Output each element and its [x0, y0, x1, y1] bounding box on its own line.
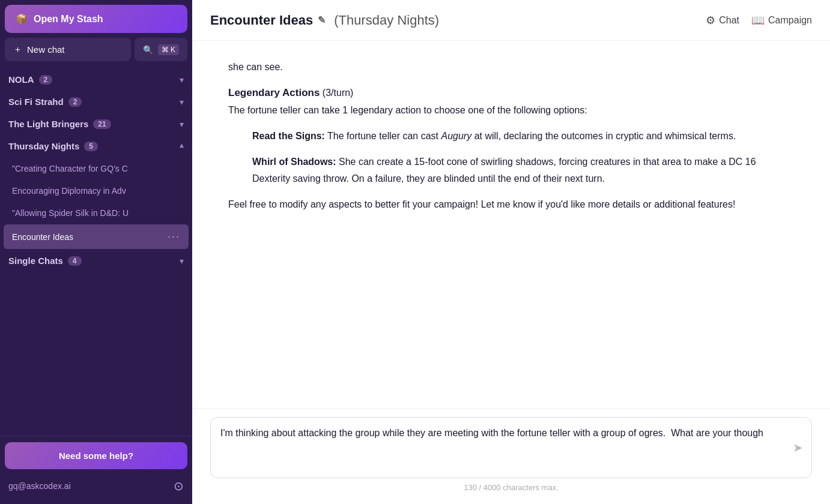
stash-icon: 📦: [16, 13, 28, 25]
dots-icon[interactable]: ···: [168, 230, 180, 243]
chat-action[interactable]: ⚙ Chat: [706, 14, 739, 27]
closing-paragraph: Feel free to modify any aspects to bette…: [228, 196, 794, 212]
section-count-scifi-strahd: 2: [68, 97, 82, 107]
chat-item-encounter-ideas[interactable]: Encounter Ideas···: [4, 224, 189, 249]
new-chat-label: New chat: [27, 44, 65, 55]
topbar-actions: ⚙ Chat 📖 Campaign: [706, 14, 812, 27]
sidebar-footer: Need some help? gq@askcodex.ai ⊙: [0, 436, 192, 504]
message-input[interactable]: [220, 426, 781, 469]
section-header-nola[interactable]: NOLA 2 ▾: [0, 68, 192, 91]
open-stash-label: Open My Stash: [34, 14, 103, 25]
legendary-actions-heading: Legendary Actions: [228, 87, 320, 98]
campaign-action[interactable]: 📖 Campaign: [751, 14, 812, 27]
legendary-actions-paragraph: Legendary Actions (3/turn) The fortune t…: [228, 85, 794, 118]
chevron-scifi-strahd: ▾: [180, 97, 184, 107]
chat-item-creating-character[interactable]: "Creating Character for GQ's C: [4, 158, 189, 179]
section-count-single-chats: 4: [68, 256, 82, 266]
main-panel: Encounter Ideas ✎ (Thursday Nights) ⚙ Ch…: [192, 0, 830, 504]
legendary-actions-intro: The fortune teller can take 1 legendary …: [228, 105, 587, 115]
user-menu-button[interactable]: ⊙: [174, 479, 184, 493]
user-email: gq@askcodex.ai: [8, 481, 71, 491]
read-signs-text: The fortune teller can cast Augury at wi…: [327, 131, 736, 141]
message-text: she can see. Legendary Actions (3/turn) …: [228, 59, 794, 212]
section-title-light-bringers: The Light Bringers 21: [8, 119, 111, 129]
send-button[interactable]: ➤: [793, 440, 803, 455]
section-count-thursday-nights: 5: [84, 142, 98, 151]
plus-icon: ＋: [13, 44, 22, 55]
chat-title-text: Encounter Ideas: [210, 13, 313, 28]
chat-item-allowing-spider-silk[interactable]: "Allowing Spider Silk in D&D: U: [4, 202, 189, 224]
section-count-nola: 2: [39, 75, 53, 85]
sidebar-list: NOLA 2 ▾ Sci Fi Strahd 2 ▾ The Light Bri…: [0, 66, 192, 436]
intro-paragraph: she can see.: [228, 59, 794, 75]
section-header-thursday-nights[interactable]: Thursday Nights 5 ▾: [0, 135, 192, 157]
search-icon: 🔍: [143, 45, 153, 55]
whirl-item: Whirl of Shadows: She can create a 15-fo…: [252, 154, 794, 186]
whirl-heading: Whirl of Shadows:: [252, 157, 336, 167]
section-title-nola: NOLA 2: [8, 74, 52, 85]
campaign-label: (Thursday Nights): [330, 13, 439, 28]
legendary-actions-detail: (3/turn): [323, 88, 354, 98]
new-chat-button[interactable]: ＋ New chat: [5, 38, 131, 61]
legendary-actions-list: Read the Signs: The fortune teller can c…: [228, 128, 794, 187]
chat-title: Encounter Ideas ✎ (Thursday Nights): [210, 13, 439, 28]
sidebar-actions: ＋ New chat 🔍 ⌘ K: [0, 38, 192, 66]
topbar: Encounter Ideas ✎ (Thursday Nights) ⚙ Ch…: [192, 0, 830, 41]
section-title-single-chats: Single Chats 4: [8, 256, 82, 266]
search-button[interactable]: 🔍 ⌘ K: [135, 38, 187, 61]
chevron-single-chats: ▾: [180, 256, 184, 266]
read-signs-item: Read the Signs: The fortune teller can c…: [252, 128, 794, 144]
search-shortcut: ⌘ K: [158, 44, 179, 55]
section-header-scifi-strahd[interactable]: Sci Fi Strahd 2 ▾: [0, 91, 192, 113]
chevron-nola: ▾: [180, 75, 184, 85]
edit-title-icon[interactable]: ✎: [318, 14, 326, 26]
input-area: ➤ 130 / 4000 characters max.: [192, 408, 830, 504]
section-title-scifi-strahd: Sci Fi Strahd 2: [8, 97, 82, 107]
section-title-thursday-nights: Thursday Nights 5: [8, 141, 98, 151]
help-button[interactable]: Need some help?: [5, 442, 187, 469]
chat-item-encouraging-diplomacy[interactable]: Encouraging Diplomacy in Adv: [4, 180, 189, 202]
input-container: ➤: [210, 417, 812, 478]
gear-icon: ⚙: [706, 14, 715, 27]
open-stash-button[interactable]: 📦 Open My Stash: [5, 5, 187, 33]
section-header-single-chats[interactable]: Single Chats 4 ▾: [0, 250, 192, 272]
content-area: she can see. Legendary Actions (3/turn) …: [192, 41, 830, 408]
section-count-light-bringers: 21: [93, 119, 111, 129]
chevron-light-bringers: ▾: [180, 119, 184, 129]
section-header-light-bringers[interactable]: The Light Bringers 21 ▾: [0, 113, 192, 135]
chat-action-label: Chat: [719, 15, 739, 26]
char-count: 130 / 4000 characters max.: [210, 483, 812, 492]
book-icon: 📖: [751, 14, 765, 27]
campaign-action-label: Campaign: [768, 15, 812, 26]
sidebar: 📦 Open My Stash ＋ New chat 🔍 ⌘ K NOLA 2 …: [0, 0, 192, 504]
read-signs-heading: Read the Signs:: [252, 131, 325, 141]
chevron-thursday-nights: ▾: [180, 142, 184, 151]
user-row: gq@askcodex.ai ⊙: [5, 474, 187, 498]
